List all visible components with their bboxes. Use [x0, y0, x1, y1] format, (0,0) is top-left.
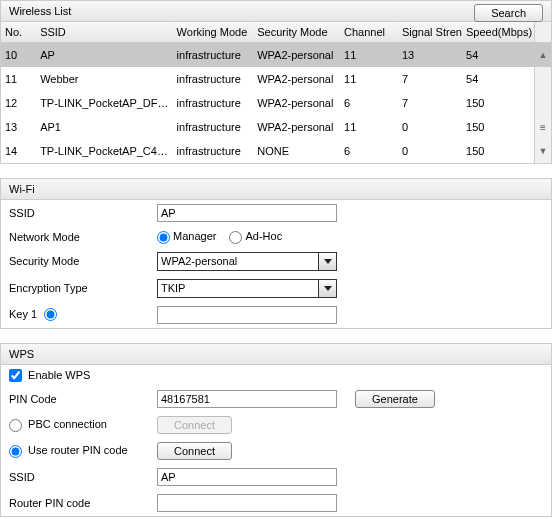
pbc-connection-label[interactable]: PBC connection	[9, 418, 157, 432]
ssid-label: SSID	[9, 207, 157, 219]
cell-speed: 150	[462, 91, 534, 115]
chevron-down-icon	[318, 253, 336, 270]
cell-mode: infrastructure	[173, 115, 254, 139]
cell-speed: 150	[462, 139, 534, 163]
cell-no: 12	[1, 91, 36, 115]
cell-sec: WPA2-personal	[253, 115, 340, 139]
col-channel[interactable]: Channel	[340, 22, 398, 43]
wireless-list-table: No. SSID Working Mode Security Mode Chan…	[0, 22, 552, 164]
adhoc-radio-label[interactable]: Ad-Hoc	[229, 230, 282, 242]
col-security-mode[interactable]: Security Mode	[253, 22, 340, 43]
cell-no: 13	[1, 115, 36, 139]
wireless-list-title: Wireless List	[9, 5, 71, 17]
security-mode-label: Security Mode	[9, 255, 157, 267]
cell-mode: infrastructure	[173, 67, 254, 91]
network-mode-label: Network Mode	[9, 231, 157, 243]
col-working-mode[interactable]: Working Mode	[173, 22, 254, 43]
table-row[interactable]: 12TP-LINK_PocketAP_DFB048infrastructureW…	[1, 91, 551, 115]
col-speed[interactable]: Speed(Mbps)	[462, 22, 534, 43]
cell-sig: 0	[398, 139, 462, 163]
cell-mode: infrastructure	[173, 139, 254, 163]
encryption-type-label: Encryption Type	[9, 282, 157, 294]
cell-ch: 6	[340, 91, 398, 115]
cell-mode: infrastructure	[173, 43, 254, 68]
cell-mode: infrastructure	[173, 91, 254, 115]
router-pin-label[interactable]: Use router PIN code	[9, 444, 157, 458]
generate-button[interactable]: Generate	[355, 390, 435, 408]
scrollbar[interactable]	[534, 67, 551, 91]
table-row[interactable]: 10APinfrastructureWPA2-personal111354▲	[1, 43, 551, 68]
cell-speed: 150	[462, 115, 534, 139]
cell-sec: NONE	[253, 139, 340, 163]
scrollbar[interactable]: ≡	[534, 115, 551, 139]
pbc-radio[interactable]	[9, 419, 22, 432]
security-mode-select[interactable]: WPA2-personal	[157, 252, 337, 271]
cell-ssid: TP-LINK_PocketAP_DFB048	[36, 91, 172, 115]
wps-header: WPS	[1, 344, 551, 365]
scrollbar[interactable]: ▼	[534, 139, 551, 163]
cell-no: 11	[1, 67, 36, 91]
key1-label: Key 1	[9, 308, 157, 322]
ssid-input[interactable]	[157, 204, 337, 222]
router-pin-radio[interactable]	[9, 445, 22, 458]
enable-wps-checkbox[interactable]	[9, 369, 22, 382]
enable-wps-label[interactable]: Enable WPS	[9, 369, 90, 383]
cell-sec: WPA2-personal	[253, 43, 340, 68]
manager-radio[interactable]	[157, 231, 170, 244]
wps-ssid-label: SSID	[9, 471, 157, 483]
cell-speed: 54	[462, 67, 534, 91]
router-pin-code-label: Router PIN code	[9, 497, 157, 509]
table-row[interactable]: 14TP-LINK_PocketAP_C4C216infrastructureN…	[1, 139, 551, 163]
key1-radio[interactable]	[44, 308, 57, 321]
cell-no: 10	[1, 43, 36, 68]
cell-ssid: Webber	[36, 67, 172, 91]
manager-radio-label[interactable]: Manager	[157, 230, 216, 242]
cell-ch: 11	[340, 67, 398, 91]
cell-ch: 6	[340, 139, 398, 163]
connect-button-router[interactable]: Connect	[157, 442, 232, 460]
cell-sec: WPA2-personal	[253, 91, 340, 115]
pin-code-input[interactable]	[157, 390, 337, 408]
cell-sig: 7	[398, 67, 462, 91]
cell-ssid: AP1	[36, 115, 172, 139]
router-pin-code-input[interactable]	[157, 494, 337, 512]
cell-sig: 7	[398, 91, 462, 115]
cell-sig: 13	[398, 43, 462, 68]
table-row[interactable]: 11WebberinfrastructureWPA2-personal11754	[1, 67, 551, 91]
cell-ssid: TP-LINK_PocketAP_C4C216	[36, 139, 172, 163]
cell-speed: 54	[462, 43, 534, 68]
scrollbar-header	[534, 22, 551, 43]
adhoc-radio[interactable]	[229, 231, 242, 244]
chevron-down-icon	[318, 280, 336, 297]
wifi-header: Wi-Fi	[1, 179, 551, 200]
cell-ch: 11	[340, 115, 398, 139]
col-ssid[interactable]: SSID	[36, 22, 172, 43]
cell-ssid: AP	[36, 43, 172, 68]
cell-ch: 11	[340, 43, 398, 68]
connect-button-pbc: Connect	[157, 416, 232, 434]
wifi-section: Wi-Fi SSID Network Mode Manager Ad-Hoc S…	[0, 178, 552, 329]
col-signal[interactable]: Signal Strength	[398, 22, 462, 43]
wireless-list-header: Wireless List Search	[0, 0, 552, 22]
cell-sec: WPA2-personal	[253, 67, 340, 91]
encryption-type-select[interactable]: TKIP	[157, 279, 337, 298]
cell-sig: 0	[398, 115, 462, 139]
cell-no: 14	[1, 139, 36, 163]
wps-ssid-input[interactable]	[157, 468, 337, 486]
key1-input[interactable]	[157, 306, 337, 324]
col-no[interactable]: No.	[1, 22, 36, 43]
search-button[interactable]: Search	[474, 4, 543, 22]
scrollbar[interactable]	[534, 91, 551, 115]
pin-code-label: PIN Code	[9, 393, 157, 405]
scrollbar[interactable]: ▲	[534, 43, 551, 68]
table-row[interactable]: 13AP1infrastructureWPA2-personal110150≡	[1, 115, 551, 139]
table-header-row: No. SSID Working Mode Security Mode Chan…	[1, 22, 551, 43]
wps-section: WPS Enable WPS PIN Code Generate PBC con…	[0, 343, 552, 518]
